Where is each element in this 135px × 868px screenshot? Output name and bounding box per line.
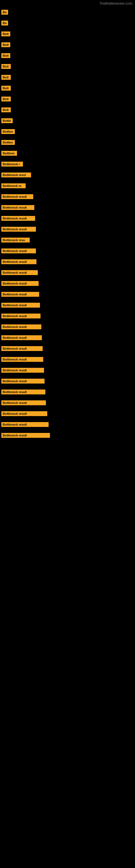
item-badge: Bottleneck result xyxy=(1,314,41,318)
item-badge: Bott xyxy=(1,31,10,36)
item-badge: Bottleneck r xyxy=(1,162,23,166)
list-item: Bottleneck result xyxy=(0,365,135,376)
list-item: Bottleneck result xyxy=(0,430,135,441)
item-badge: Bottlen xyxy=(1,129,15,134)
list-item: Bottleneck result xyxy=(0,419,135,430)
list-item: Bottleneck result xyxy=(0,191,135,202)
list-item: Bottleneck r xyxy=(0,159,135,169)
list-item: Bott xyxy=(0,50,135,61)
item-badge: Bo xyxy=(1,21,8,26)
list-item: Bottleneck result xyxy=(0,289,135,300)
item-badge: Bottleneck result xyxy=(1,292,39,297)
site-title: TheBottlenecker.com xyxy=(99,0,135,7)
item-badge: Bott xyxy=(1,97,11,101)
list-item: Bottlene xyxy=(0,148,135,159)
list-item: Bottleneck result xyxy=(0,224,135,235)
list-item: Bottleneck result xyxy=(0,332,135,343)
list-item: Bottleneck result xyxy=(0,267,135,278)
item-badge: Bottleneck result xyxy=(1,303,40,308)
list-item: Bottleneck result xyxy=(0,256,135,267)
list-item: Bott xyxy=(0,72,135,83)
item-badge: Bottleneck resu xyxy=(1,238,30,243)
item-badge: Bottleneck result xyxy=(1,259,37,264)
item-badge: Bottleneck re xyxy=(1,183,26,188)
item-badge: Bottleneck result xyxy=(1,379,45,383)
list-item: Bott xyxy=(0,94,135,104)
list-item: Bottleneck result xyxy=(0,213,135,224)
item-badge: Bottleneck result xyxy=(1,368,44,373)
list-item: Bottleneck result xyxy=(0,376,135,386)
item-badge: Bott xyxy=(1,42,10,47)
list-item: Bottleneck re xyxy=(0,180,135,191)
item-badge: Bottleneck result xyxy=(1,227,36,231)
list-item: Bottleneck result xyxy=(0,343,135,354)
item-badge: Bottle xyxy=(1,118,13,123)
list-item: Bottleneck result xyxy=(0,354,135,365)
item-badge: Bottleneck result xyxy=(1,270,38,275)
list-item: Bottleneck result xyxy=(0,408,135,419)
list-item: Bottleneck resul xyxy=(0,169,135,180)
list-item: Bottlen xyxy=(0,126,135,137)
item-badge: Bottleneck result xyxy=(1,281,39,286)
list-item: Bottleneck result xyxy=(0,386,135,397)
list-item: Bott xyxy=(0,29,135,39)
item-badge: Bottleneck result xyxy=(1,335,42,340)
items-container: BoBoBottBottBottBottBottBottBottBottBott… xyxy=(0,0,135,441)
item-badge: Bottleneck result xyxy=(1,216,35,221)
list-item: Bottleneck result xyxy=(0,311,135,321)
item-badge: Bottleneck result xyxy=(1,422,49,427)
list-item: Bottleneck result xyxy=(0,278,135,289)
list-item: Bottleneck resu xyxy=(0,235,135,246)
item-badge: Bottleneck result xyxy=(1,205,34,210)
item-badge: Bott xyxy=(1,64,11,69)
list-item: Bottleneck result xyxy=(0,202,135,213)
item-badge: Bott xyxy=(1,107,11,112)
list-item: Bottleneck result xyxy=(0,321,135,332)
item-badge: Bottleneck result xyxy=(1,194,33,199)
list-item: Bottlen xyxy=(0,137,135,148)
item-badge: Bo xyxy=(1,10,8,14)
item-badge: Bottleneck result xyxy=(1,248,36,253)
list-item: Bott xyxy=(0,61,135,72)
item-badge: Bottleneck resul xyxy=(1,173,31,177)
item-badge: Bottleneck result xyxy=(1,346,43,351)
list-item: Bott xyxy=(0,39,135,50)
list-item: Bott xyxy=(0,104,135,115)
list-item: Bottleneck result xyxy=(0,246,135,256)
item-badge: Bott xyxy=(1,75,11,80)
item-badge: Bottleneck result xyxy=(1,390,45,394)
item-badge: Bottlene xyxy=(1,151,17,156)
item-badge: Bottleneck result xyxy=(1,400,46,405)
item-badge: Bottleneck result xyxy=(1,357,43,362)
list-item: Bottle xyxy=(0,115,135,126)
list-item: Bo xyxy=(0,18,135,29)
item-badge: Bott xyxy=(1,86,11,91)
list-item: Bott xyxy=(0,83,135,94)
item-badge: Bottlen xyxy=(1,140,15,145)
item-badge: Bottleneck result xyxy=(1,324,41,329)
item-badge: Bottleneck result xyxy=(1,411,47,416)
list-item: Bottleneck result xyxy=(0,397,135,408)
list-item: Bo xyxy=(0,7,135,18)
item-badge: Bott xyxy=(1,53,10,58)
item-badge: Bottleneck result xyxy=(1,433,50,438)
list-item: Bottleneck result xyxy=(0,300,135,311)
